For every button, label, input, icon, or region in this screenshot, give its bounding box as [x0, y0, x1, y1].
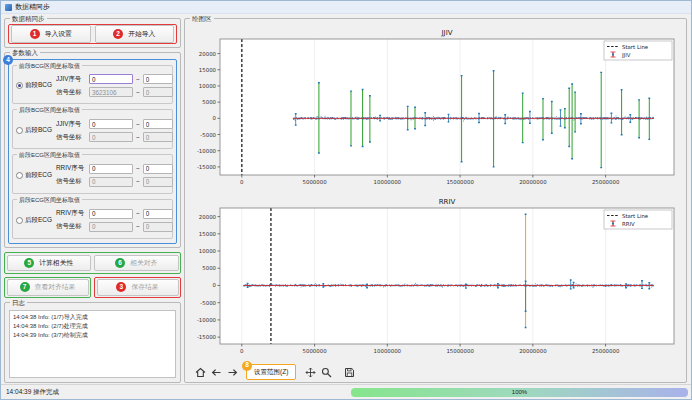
field-label: RRIV序号 [56, 209, 86, 218]
sync-group-title: 数据精同步 [10, 15, 47, 23]
jjiv-seq-start-input[interactable] [89, 119, 133, 129]
signal-coord-start-input [89, 87, 133, 97]
svg-text:5000000: 5000000 [303, 348, 328, 354]
range-separator: ~ [136, 76, 140, 83]
svg-text:0: 0 [213, 115, 217, 121]
step-5-badge: 5 [24, 258, 34, 268]
radio-icon[interactable] [16, 127, 23, 134]
correlation-align-label: 相关对齐 [130, 258, 157, 268]
radio-front-bcg[interactable]: 前段BCG [16, 81, 56, 90]
range-separator: ~ [136, 121, 140, 128]
svg-text:-10000: -10000 [197, 317, 217, 323]
jjiv-seq-start-input[interactable] [89, 74, 133, 84]
set-range-label: 设置范围(Z) [254, 368, 288, 377]
svg-text:25000000: 25000000 [592, 179, 620, 185]
radio-label: 前段ECG [25, 171, 52, 180]
svg-text:10000000: 10000000 [374, 348, 402, 354]
svg-text:10000000: 10000000 [374, 179, 402, 185]
radio-label: 后段ECG [25, 216, 52, 225]
view-align-result-label: 查看对齐结果 [35, 282, 76, 292]
import-settings-button[interactable]: 1 导入设置 [11, 25, 91, 43]
zoom-icon[interactable] [319, 365, 333, 379]
section-rear-ecg: 后段ECG区间坐标取值 后段ECG RRIV序号 ~ [12, 199, 173, 239]
svg-text:Start Line: Start Line [622, 44, 649, 50]
forward-icon[interactable] [225, 365, 239, 379]
range-separator: ~ [136, 178, 140, 185]
rriv-seq-end-input[interactable] [143, 164, 173, 174]
svg-text:20000000: 20000000 [519, 179, 547, 185]
params-group: 参数输入 4 前段BCG区间坐标取值 前段BCG JJIV序号 [4, 52, 181, 248]
svg-text:JJIV: JJIV [621, 52, 631, 59]
jjiv-seq-end-input[interactable] [143, 74, 173, 84]
signal-coord-end-input [143, 222, 173, 232]
progress-bar: 100% [351, 388, 688, 397]
signal-coord-start-input [89, 222, 133, 232]
signal-coord-start-input [89, 132, 133, 142]
step-2-badge: 2 [113, 29, 123, 39]
signal-coord-end-input [143, 177, 173, 187]
log-entry: 14:04:39 Info: (3/7)绘制完成 [13, 331, 172, 340]
section-front-ecg: 前段ECG区间坐标取值 前段ECG RRIV序号 ~ [12, 154, 173, 194]
field-label: 信号坐标 [56, 133, 86, 142]
radio-icon[interactable] [16, 217, 23, 224]
rriv-seq-start-input[interactable] [89, 209, 133, 219]
jjiv-seq-end-input[interactable] [143, 119, 173, 129]
svg-text:25000000: 25000000 [592, 348, 620, 354]
figure-toolbar: 8 设置范围(Z) [190, 364, 682, 380]
start-import-button[interactable]: 2 开始导入 [95, 25, 175, 43]
save-icon[interactable] [342, 365, 356, 379]
calc-correlation-button[interactable]: 5 计算相关性 [7, 255, 92, 272]
plot-group-title: 绘图区 [190, 15, 214, 23]
signal-coord-start-input [89, 177, 133, 187]
svg-text:5000: 5000 [202, 265, 216, 271]
step-4-badge: 4 [3, 55, 13, 65]
log-entry: 14:04:38 Info: (1/7)导入完成 [13, 313, 172, 322]
import-annotation-frame: 1 导入设置 2 开始导入 [8, 24, 177, 44]
svg-text:15000: 15000 [199, 231, 217, 237]
range-separator: ~ [136, 165, 140, 172]
rriv-chart-canvas[interactable]: -15000-10000-500005000100001500020000050… [190, 195, 682, 364]
svg-text:15000000: 15000000 [446, 179, 474, 185]
svg-text:RRIV: RRIV [622, 221, 635, 227]
step-1-badge: 1 [30, 29, 40, 39]
params-group-title: 参数输入 [10, 49, 40, 57]
svg-text:Start Line: Start Line [622, 213, 649, 219]
radio-label: 前段BCG [25, 81, 52, 90]
jjiv-chart-canvas[interactable]: -15000-10000-500005000100001500020000050… [190, 26, 682, 195]
correlation-align-button[interactable]: 6 相关对齐 [94, 255, 179, 272]
back-icon[interactable] [209, 365, 223, 379]
save-result-button[interactable]: 3 保存结果 [97, 279, 179, 296]
corr-annotation-frame: 5 计算相关性 6 相关对齐 [4, 252, 181, 274]
set-range-button[interactable]: 8 设置范围(Z) [246, 364, 296, 380]
calc-correlation-label: 计算相关性 [39, 258, 73, 268]
radio-icon[interactable] [16, 172, 23, 179]
step-3-badge: 3 [116, 282, 126, 292]
radio-rear-bcg[interactable]: 后段BCG [16, 126, 56, 135]
svg-text:0: 0 [213, 282, 217, 288]
radio-rear-ecg[interactable]: 后段ECG [16, 216, 56, 225]
svg-text:15000000: 15000000 [446, 348, 474, 354]
radio-front-ecg[interactable]: 前段ECG [16, 171, 56, 180]
radio-icon[interactable] [16, 82, 23, 89]
radio-label: 后段BCG [25, 126, 52, 135]
field-label: JJIV序号 [56, 120, 86, 129]
log-group: 日志 14:04:38 Info: (1/7)导入完成 14:04:38 Inf… [4, 302, 181, 383]
pan-icon[interactable] [303, 365, 317, 379]
section-title: 后段BCG区间坐标取值 [17, 106, 82, 114]
step-7-badge: 7 [20, 282, 30, 292]
field-label: JJIV序号 [56, 75, 86, 84]
svg-text:RRIV: RRIV [439, 198, 456, 206]
view-align-result-button[interactable]: 7 查看对齐结果 [7, 279, 89, 296]
rriv-seq-start-input[interactable] [89, 164, 133, 174]
main-area: 数据精同步 1 导入设置 2 开始导入 参数输入 4 [1, 14, 691, 384]
app-window: 数据精同步 数据精同步 1 导入设置 2 开始导入 参数输入 [0, 0, 692, 400]
section-title: 后段ECG区间坐标取值 [17, 196, 82, 204]
progress-label: 100% [512, 389, 527, 395]
range-separator: ~ [136, 223, 140, 230]
svg-text:20000000: 20000000 [519, 348, 547, 354]
home-icon[interactable] [193, 365, 207, 379]
rriv-seq-end-input[interactable] [143, 209, 173, 219]
status-bar: 14:04:39 操作完成 100% [1, 384, 691, 399]
field-label: RRIV序号 [56, 164, 86, 173]
step-6-badge: 6 [115, 258, 125, 268]
